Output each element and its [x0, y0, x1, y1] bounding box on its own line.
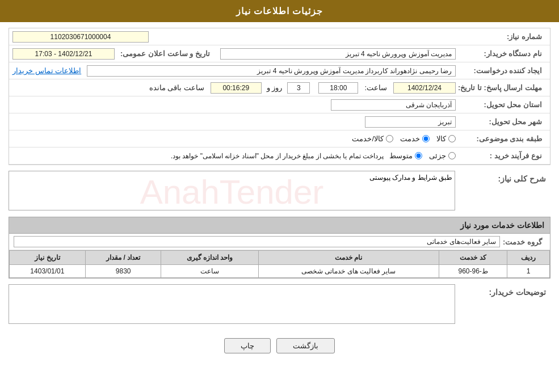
ijad-konande-label: ایجاد کننده درخواست:: [456, 66, 547, 75]
ostan-input[interactable]: [331, 99, 456, 111]
radio-motavaset-item: متوسط: [389, 151, 422, 160]
mohlat-ersal-label: مهلت ارسال پاسخ: تا تاریخ:: [456, 83, 547, 92]
tabaqe-radio-group: کالا/خدمت خدمت کالا: [352, 134, 456, 143]
mohlat-countdown-label: ساعت باقی مانده: [149, 83, 204, 92]
print-button[interactable]: چاپ: [224, 338, 271, 353]
nam-dastgah-input[interactable]: [220, 48, 456, 60]
farayand-radio-group: جزئی متوسط: [389, 151, 456, 160]
table-row: 1ط-96-960سایر فعالیت های خدماتی شخصیساعت…: [10, 265, 550, 278]
tozihat-label: توضیحات خریدار:: [460, 284, 550, 297]
radio-khedmat-label: خدمت: [400, 134, 420, 143]
page-wrapper: جزئیات اطلاعات نیاز شماره نیاز: نام دستگ…: [0, 0, 559, 392]
ostan-row: استان محل تحویل:: [9, 96, 550, 113]
col-radif: ردیف: [507, 251, 550, 265]
tabaqe-label: طبقه بندی موضوعی:: [456, 134, 547, 143]
radio-kala-khedmat[interactable]: [386, 135, 393, 142]
radio-kala-khedmat-item: کالا/خدمت: [352, 134, 393, 143]
mohlat-saat-label: ساعت:: [364, 83, 387, 92]
radio-kala-label: کالا: [436, 134, 446, 143]
col-count: تعداد / مقدار: [85, 251, 161, 265]
dastgah-row: نام دستگاه خریدار: تاریخ و ساعت اعلان عم…: [9, 45, 550, 62]
shomara-niaz-input[interactable]: [12, 31, 149, 43]
radio-khedmat-item: خدمت: [400, 134, 430, 143]
radio-jazyi[interactable]: [448, 152, 456, 159]
mohlat-roz-label: روز و: [267, 83, 283, 92]
radio-kala-khedmat-label: کالا/خدمت: [352, 134, 384, 143]
shomara-row: شماره نیاز:: [9, 28, 550, 45]
shomara-niaz-label: شماره نیاز:: [456, 32, 547, 41]
tozihat-container: [9, 284, 455, 326]
nam-dastgah-label: نام دستگاه خریدار:: [456, 49, 547, 58]
grouh-input[interactable]: [14, 236, 500, 247]
col-name: نام خدمت: [258, 251, 439, 265]
ettelaat-tamas-link[interactable]: اطلاعات تماس خریدار: [12, 66, 81, 75]
ostan-label: استان محل تحویل:: [456, 100, 547, 109]
khedamat-section-title: اطلاعات خدمات مورد نیاز: [460, 221, 544, 230]
tozihat-section: توضیحات خریدار:: [9, 284, 550, 326]
buttons-row: بازگشت چاپ: [9, 330, 550, 359]
service-table: ردیف کد خدمت نام خدمت واحد اندازه گیری ت…: [9, 250, 550, 278]
tarikh-elan-input[interactable]: [12, 48, 115, 60]
noue-farayand-label: نوع فرآیند خرید :: [456, 151, 547, 160]
khedamat-section: گروه خدمت: ردیف کد خدمت نام خدمت واحد ان…: [9, 233, 550, 279]
shahr-input[interactable]: [365, 116, 456, 128]
sharh-textarea[interactable]: [9, 171, 455, 210]
process-note: پرداخت تمام یا بخشی از مبلغ خریدار از مح…: [171, 151, 384, 161]
noue-farayand-row: نوع فرآیند خرید : جزئی متوسط پرداخت تمام…: [9, 147, 550, 165]
back-button[interactable]: بازگشت: [276, 338, 335, 353]
info-section: شماره نیاز: نام دستگاه خریدار: تاریخ و س…: [9, 28, 550, 165]
mohlat-date-input[interactable]: [393, 82, 456, 94]
khedamat-section-header: اطلاعات خدمات مورد نیاز: [9, 217, 550, 233]
mohlat-saat-input[interactable]: [318, 82, 358, 94]
ijad-konande-row: ایجاد کننده درخواست: اطلاعات تماس خریدار: [9, 62, 550, 79]
col-unit: واحد اندازه گیری: [161, 251, 258, 265]
grouh-label: گروه خدمت:: [500, 238, 545, 246]
radio-motavaset[interactable]: [415, 152, 422, 159]
mohlat-roz-input[interactable]: [287, 82, 310, 94]
radio-jazyi-item: جزئی: [429, 151, 456, 160]
shahr-label: شهر محل تحویل:: [456, 117, 547, 126]
sharh-section: شرح کلی نیاز: AnahTender: [9, 171, 550, 212]
sharh-container: AnahTender: [9, 171, 455, 212]
tabaqe-row: طبقه بندی موضوعی: کالا/خدمت خدمت کالا: [9, 130, 550, 147]
sharh-label: شرح کلی نیاز:: [460, 171, 550, 183]
grouh-row: گروه خدمت:: [9, 234, 550, 250]
col-date: تاریخ نیاز: [10, 251, 86, 265]
shahr-row: شهر محل تحویل:: [9, 113, 550, 130]
radio-kala[interactable]: [448, 135, 456, 142]
tarikh-elan-label: تاریخ و ساعت اعلان عمومی:: [120, 49, 215, 58]
mohlat-countdown-input[interactable]: [211, 82, 262, 94]
page-title: جزئیات اطلاعات نیاز: [236, 6, 323, 16]
radio-khedmat[interactable]: [422, 135, 430, 142]
content-area: شماره نیاز: نام دستگاه خریدار: تاریخ و س…: [0, 22, 559, 365]
page-header: جزئیات اطلاعات نیاز: [0, 0, 559, 22]
radio-motavaset-label: متوسط: [389, 151, 413, 160]
radio-kala-item: کالا: [436, 134, 456, 143]
ijad-konande-input[interactable]: [87, 65, 456, 77]
tozihat-textarea[interactable]: [9, 284, 455, 324]
mohlat-row: مهلت ارسال پاسخ: تا تاریخ: ساعت: روز و س…: [9, 79, 550, 96]
col-code: کد خدمت: [439, 251, 507, 265]
radio-jazyi-label: جزئی: [429, 151, 446, 160]
